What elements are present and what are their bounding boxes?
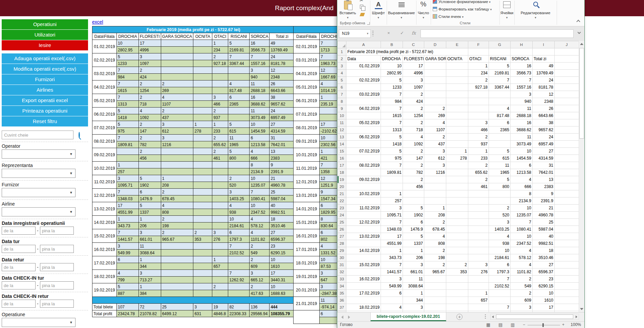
cell[interactable]: 937 [468, 141, 489, 148]
cell[interactable]: 02.02.2019 [346, 77, 381, 84]
cell[interactable]: 5 [381, 134, 403, 141]
cell[interactable]: 466 [468, 126, 489, 134]
row-header-32[interactable]: 32 [338, 268, 346, 276]
vertical-scroll-thumb[interactable] [579, 48, 584, 139]
cell[interactable] [424, 70, 446, 77]
cell[interactable]: 27 [533, 261, 555, 268]
select-airline[interactable]: ▼ [2, 207, 76, 216]
row-header-11[interactable]: 11 [338, 119, 346, 126]
cell[interactable]: 655.62 [468, 169, 489, 176]
cell[interactable]: 1965 [489, 169, 511, 176]
font-button[interactable]: А Шрифт ▾ [370, 0, 387, 26]
cell[interactable] [446, 190, 468, 197]
cell[interactable]: 6290.15 [533, 283, 555, 290]
cell[interactable]: 208 [424, 212, 446, 219]
cell[interactable]: 4 [511, 176, 533, 183]
cell[interactable]: 3510.46 [533, 254, 555, 261]
cell[interactable] [446, 70, 468, 77]
page-layout-view-icon[interactable]: ▤ [498, 322, 502, 327]
cell[interactable] [468, 190, 489, 197]
cell[interactable] [424, 84, 446, 91]
cell[interactable]: 2 [511, 276, 533, 283]
cell[interactable] [446, 63, 468, 70]
cell[interactable]: 808 [424, 240, 446, 247]
number-button[interactable]: % Число ▾ [416, 0, 431, 26]
cell[interactable]: GARA SOROCA [424, 55, 446, 63]
cell[interactable] [533, 48, 555, 55]
cell[interactable] [346, 112, 381, 119]
cell[interactable]: 1095.71 [381, 212, 403, 219]
cell[interactable]: 21 [533, 205, 555, 212]
row-header-8[interactable]: 8 [338, 98, 346, 105]
row-header-1[interactable]: 1 [338, 48, 346, 55]
cell[interactable] [468, 240, 489, 247]
cell[interactable] [468, 205, 489, 212]
cell[interactable]: 10 [533, 290, 555, 297]
cell[interactable]: 1454.59 [511, 155, 533, 162]
conditional-formatting-button[interactable]: Условное форматирование▾ [433, 0, 499, 5]
column-header-E[interactable]: E [446, 41, 468, 48]
cell[interactable]: 5 [403, 205, 424, 212]
cell[interactable]: 800 [489, 183, 511, 190]
cell[interactable] [446, 197, 468, 205]
cell[interactable]: 1097 [403, 84, 424, 91]
cell[interactable] [555, 77, 579, 84]
cell[interactable]: 817.48 [489, 112, 511, 119]
cell[interactable]: 2 [424, 134, 446, 141]
cell[interactable] [381, 297, 403, 304]
cell[interactable] [446, 105, 468, 112]
cell[interactable]: 6 [511, 162, 533, 169]
cell[interactable]: 4960.78 [533, 212, 555, 219]
cell[interactable] [446, 141, 468, 148]
cell[interactable] [489, 197, 511, 205]
cell[interactable]: 1337 [403, 240, 424, 247]
cell[interactable]: 8181.78 [533, 84, 555, 91]
row-header-34[interactable]: 34 [338, 283, 346, 290]
cell[interactable]: 269 [424, 112, 446, 119]
cell[interactable]: 456 [403, 183, 424, 190]
cell[interactable]: 4996 [403, 70, 424, 77]
cell[interactable]: 3 [403, 77, 424, 84]
cell[interactable] [468, 247, 489, 254]
cell[interactable] [555, 63, 579, 70]
cell[interactable] [489, 190, 511, 197]
row-header-24[interactable]: 24 [338, 212, 346, 219]
cell[interactable] [346, 141, 381, 148]
cell[interactable]: 666 [511, 183, 533, 190]
cell[interactable]: 13 [533, 176, 555, 183]
cell[interactable]: 3 [468, 119, 489, 126]
cell[interactable] [555, 261, 579, 268]
date-from-input[interactable] [2, 227, 36, 235]
format-painter-icon[interactable] [360, 13, 365, 16]
row-header-30[interactable]: 30 [338, 254, 346, 261]
cell[interactable] [446, 176, 468, 183]
cell[interactable]: 6 [403, 219, 424, 226]
cell[interactable]: 06.02.2019 [346, 134, 381, 141]
cell[interactable]: 26 [533, 105, 555, 112]
cell[interactable]: 17 [403, 63, 424, 70]
sidebar-item-modifica-operatii-excel-csv[interactable]: Modifica operatii excel(.csv) [2, 64, 88, 74]
cell[interactable]: 7 [381, 119, 403, 126]
cell[interactable] [468, 91, 489, 98]
cell[interactable] [446, 276, 468, 283]
cell[interactable]: 13.02.2019 [346, 233, 381, 240]
cell[interactable] [555, 141, 579, 148]
cell[interactable]: 1235.07 [511, 212, 533, 219]
cell[interactable] [555, 98, 579, 105]
cell[interactable]: 10 [381, 63, 403, 70]
date-from-input[interactable] [2, 245, 36, 253]
cell[interactable]: 7 [381, 219, 403, 226]
cell[interactable] [346, 84, 381, 91]
cell[interactable]: 938 [489, 240, 511, 247]
row-header-4[interactable]: 4 [338, 70, 346, 77]
cell[interactable] [555, 197, 579, 205]
cell[interactable]: 10 [489, 247, 511, 254]
new-sheet-icon[interactable]: + [456, 314, 463, 320]
cell[interactable] [468, 226, 489, 233]
column-header-F[interactable]: F [468, 41, 489, 48]
cell[interactable]: 1 [403, 247, 424, 254]
cell[interactable]: 5 [403, 233, 424, 240]
cell[interactable]: 2169.81 [489, 70, 511, 77]
row-header-14[interactable]: 14 [338, 141, 346, 148]
cell[interactable]: RISCANI [489, 55, 511, 63]
